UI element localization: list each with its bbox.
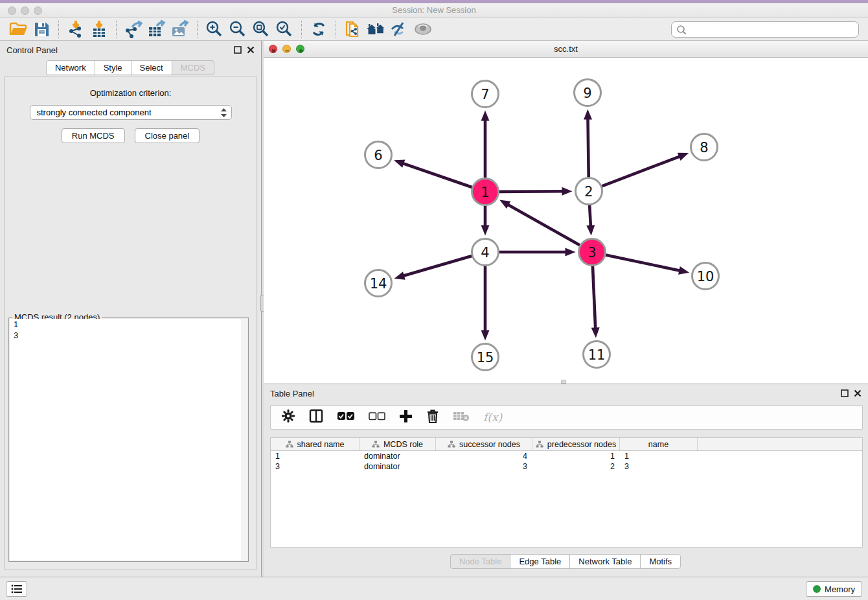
memory-label: Memory [825, 584, 855, 594]
graph-edge[interactable] [481, 206, 490, 236]
sort-hierarchy-icon [536, 441, 543, 448]
graph-edge[interactable] [499, 200, 580, 246]
node-label: 8 [700, 140, 708, 156]
minimize-network-icon[interactable] [282, 45, 291, 53]
network-titlebar[interactable]: scc.txt [264, 41, 868, 58]
close-panel-button[interactable]: Close panel [135, 128, 200, 143]
graph-node-8[interactable]: 8 [691, 134, 718, 161]
table-panel-title: Table Panel [270, 389, 841, 398]
status-bar: Memory [0, 577, 868, 600]
tab-style[interactable]: Style [95, 60, 131, 75]
graph-edge[interactable] [499, 187, 572, 196]
graph-edge[interactable] [586, 205, 595, 235]
graph-node-11[interactable]: 11 [584, 341, 610, 368]
close-network-icon[interactable] [269, 45, 277, 53]
zoom-network-icon[interactable] [296, 45, 304, 53]
function-builder-icon[interactable]: f(x) [483, 411, 502, 424]
close-table-panel-icon[interactable] [854, 389, 862, 397]
close-panel-icon[interactable] [247, 46, 255, 54]
cell-predecessor-nodes: 1 [532, 451, 620, 461]
export-network-icon[interactable] [122, 19, 145, 39]
graph-node-10[interactable]: 10 [692, 263, 719, 290]
zoom-fit-icon[interactable] [249, 19, 273, 39]
delete-column-icon[interactable] [426, 409, 439, 426]
memory-button[interactable]: Memory [806, 581, 862, 597]
column-header-predecessor-nodes[interactable]: predecessor nodes [532, 438, 620, 450]
column-header-name[interactable]: name [620, 438, 698, 450]
tab-network[interactable]: Network [46, 60, 95, 75]
houses-icon[interactable] [365, 19, 388, 39]
tab-motifs[interactable]: Motifs [640, 554, 681, 569]
graph-edge[interactable] [606, 255, 689, 274]
graph-edge[interactable] [394, 256, 472, 280]
graph-edge[interactable] [499, 248, 576, 257]
graph-node-14[interactable]: 14 [365, 270, 392, 297]
zoom-in-icon[interactable] [203, 19, 226, 39]
column-header-shared-name[interactable]: shared name [271, 438, 360, 450]
hide-icon[interactable] [388, 19, 411, 39]
mcds-result-list[interactable]: 1 3 [10, 319, 247, 560]
open-session-icon[interactable] [6, 19, 30, 39]
search-input[interactable] [687, 25, 858, 34]
tab-mcds[interactable]: MCDS [172, 60, 214, 75]
criterion-select[interactable]: strongly connected component [30, 105, 232, 120]
import-table-icon[interactable] [87, 19, 111, 39]
minimize-window-button[interactable] [21, 6, 29, 15]
graph-edge[interactable] [394, 159, 472, 187]
graph-edge[interactable] [591, 266, 600, 338]
float-table-panel-icon[interactable] [841, 389, 849, 397]
import-network-icon[interactable] [64, 19, 87, 39]
search-box[interactable] [671, 21, 859, 38]
column-header-mcds-role[interactable]: MCDS role [360, 438, 436, 450]
zoom-out-icon[interactable] [226, 19, 249, 39]
table-settings-gear-icon[interactable] [281, 409, 295, 426]
node-label: 11 [588, 347, 606, 363]
show-columns-icon[interactable] [309, 409, 323, 426]
close-window-button[interactable] [8, 6, 16, 15]
graph-node-7[interactable]: 7 [472, 81, 499, 108]
float-panel-icon[interactable] [234, 46, 242, 54]
zoom-selected-icon[interactable] [273, 19, 296, 39]
graph-node-15[interactable]: 15 [472, 344, 499, 371]
graph-edge[interactable] [481, 111, 490, 178]
select-all-icon[interactable] [337, 411, 355, 423]
cell-predecessor-nodes: 2 [532, 461, 620, 472]
tab-select[interactable]: Select [131, 60, 172, 75]
delete-table-icon[interactable] [453, 410, 470, 424]
refresh-icon[interactable] [307, 19, 330, 39]
control-panel-header: Control Panel [0, 41, 261, 59]
list-icon [10, 583, 23, 595]
tab-network-table[interactable]: Network Table [569, 554, 641, 569]
export-image-icon[interactable] [168, 19, 192, 39]
graph-node-4[interactable]: 4 [472, 239, 499, 266]
table-toolbar: f(x) [270, 405, 863, 430]
table-header-row: shared name MCDS role successor nodes pr… [271, 438, 862, 451]
graph-edge[interactable] [481, 266, 490, 341]
graph-node-9[interactable]: 9 [575, 80, 601, 106]
result-scrollbar[interactable] [242, 319, 247, 560]
table-row[interactable]: 1 dominator 4 1 1 [271, 451, 862, 461]
table-row[interactable]: 3 dominator 3 2 3 [271, 461, 862, 472]
add-column-icon[interactable] [399, 410, 413, 426]
graph-node-3[interactable]: 3 [579, 239, 606, 266]
graph-edge[interactable] [584, 109, 592, 177]
table-panel-header: Table Panel [264, 384, 868, 402]
deselect-all-icon[interactable] [369, 411, 385, 423]
graph-node-6[interactable]: 6 [365, 142, 392, 168]
show-icon[interactable] [411, 19, 435, 39]
graph-edge[interactable] [602, 153, 689, 187]
clone-network-icon[interactable] [341, 19, 365, 39]
export-table-icon[interactable] [145, 19, 168, 39]
tab-node-table[interactable]: Node Table [450, 554, 511, 569]
save-session-icon[interactable] [30, 19, 53, 39]
graph-node-1[interactable]: 1 [472, 179, 499, 205]
tab-edge-table[interactable]: Edge Table [510, 554, 570, 569]
cell-successor-nodes: 3 [436, 461, 532, 472]
run-mcds-button[interactable]: Run MCDS [62, 128, 125, 143]
cell-shared-name: 1 [271, 451, 360, 461]
maximize-window-button[interactable] [34, 6, 42, 15]
task-history-button[interactable] [6, 581, 27, 597]
graph-node-2[interactable]: 2 [576, 178, 602, 205]
column-header-successor-nodes[interactable]: successor nodes [436, 438, 532, 450]
network-canvas[interactable]: 7968124314101511 [264, 58, 868, 384]
